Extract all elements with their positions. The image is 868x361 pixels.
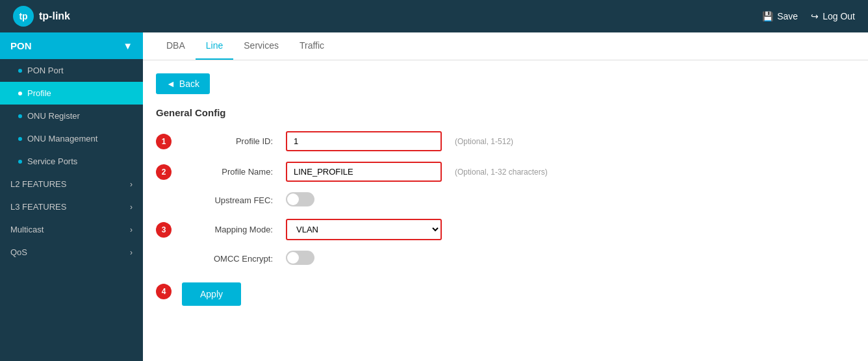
- save-icon: 💾: [762, 11, 773, 21]
- apply-button[interactable]: Apply: [182, 282, 241, 306]
- sidebar-group-multicast[interactable]: Multicast ›: [0, 218, 143, 241]
- omcc-encrypt-toggle[interactable]: [286, 251, 314, 265]
- back-button[interactable]: ◄ Back: [156, 73, 210, 94]
- upstream-fec-row: Upstream FEC:: [156, 192, 855, 208]
- layout: PON ▼ PON Port Profile ONU Register ONU …: [0, 32, 868, 361]
- pon-section: PON ▼ PON Port Profile ONU Register ONU …: [0, 32, 143, 173]
- profile-name-input[interactable]: [286, 162, 442, 182]
- qos-chevron-icon: ›: [130, 248, 133, 257]
- profile-id-row: 1 Profile ID: (Optional, 1-512): [156, 131, 855, 151]
- pon-chevron: ▼: [123, 40, 133, 51]
- sidebar-item-onu-management[interactable]: ONU Management: [0, 127, 143, 150]
- sidebar: PON ▼ PON Port Profile ONU Register ONU …: [0, 32, 143, 361]
- step-4-badge: 4: [156, 284, 172, 299]
- omcc-encrypt-control: [286, 251, 314, 267]
- dot-icon: [18, 114, 22, 118]
- step-2-badge: 2: [156, 164, 172, 180]
- logo-text: tp-link: [39, 10, 70, 22]
- mapping-mode-label: Mapping Mode:: [182, 225, 273, 234]
- upstream-fec-label: Upstream FEC:: [182, 195, 273, 205]
- upstream-fec-toggle[interactable]: [286, 192, 314, 206]
- sidebar-label-onu-management: ONU Management: [27, 134, 97, 143]
- apply-row: 4 Apply: [156, 277, 855, 306]
- header-actions: 💾 Save ↪ Log Out: [762, 11, 855, 21]
- logout-button[interactable]: ↪ Log Out: [811, 11, 855, 21]
- profile-name-row: 2 Profile Name: (Optional, 1-32 characte…: [156, 162, 855, 182]
- mapping-mode-inner: Mapping Mode: VLAN GEM Port TCI: [182, 219, 442, 240]
- badge-offset-3: 3: [156, 222, 182, 238]
- sidebar-label-service-ports: Service Ports: [27, 156, 77, 166]
- profile-name-hint: (Optional, 1-32 characters): [455, 168, 548, 177]
- sidebar-item-onu-register[interactable]: ONU Register: [0, 105, 143, 127]
- l3-chevron-icon: ›: [130, 203, 133, 212]
- tabs: DBA Line Services Traffic: [143, 32, 868, 60]
- main-content: DBA Line Services Traffic ◄ Back General…: [143, 32, 868, 361]
- mapping-mode-row: 3 Mapping Mode: VLAN GEM Port TCI: [156, 219, 855, 240]
- profile-id-label: Profile ID:: [182, 136, 273, 146]
- pon-header[interactable]: PON ▼: [0, 32, 143, 59]
- tab-traffic[interactable]: Traffic: [289, 32, 335, 60]
- tab-services[interactable]: Services: [233, 32, 289, 60]
- content-area: ◄ Back General Config 1 Profile ID: (Opt…: [143, 60, 868, 319]
- dot-icon: [18, 69, 22, 73]
- badge-offset-1: 1: [156, 134, 182, 149]
- back-arrow-icon: ◄: [166, 79, 175, 89]
- logo: tp tp-link: [13, 6, 70, 27]
- l2-label: L2 FEATURES: [10, 179, 66, 189]
- dot-icon: [18, 92, 22, 95]
- profile-name-control: [286, 162, 442, 182]
- upstream-fec-inner: Upstream FEC:: [182, 192, 314, 208]
- profile-name-inner: Profile Name: (Optional, 1-32 characters…: [182, 162, 548, 182]
- sidebar-group-qos[interactable]: QoS ›: [0, 241, 143, 264]
- sidebar-group-l2[interactable]: L2 FEATURES ›: [0, 173, 143, 195]
- profile-name-label: Profile Name:: [182, 167, 273, 177]
- l3-label: L3 FEATURES: [10, 202, 66, 212]
- mapping-mode-select[interactable]: VLAN GEM Port TCI: [286, 219, 442, 240]
- sidebar-label-onu-register: ONU Register: [27, 111, 80, 121]
- badge-offset-2: 2: [156, 164, 182, 180]
- multicast-chevron-icon: ›: [130, 225, 133, 234]
- profile-id-hint: (Optional, 1-512): [455, 137, 513, 146]
- sidebar-item-pon-port[interactable]: PON Port: [0, 59, 143, 82]
- omcc-encrypt-label: OMCC Encrypt:: [182, 254, 273, 264]
- mapping-mode-control: VLAN GEM Port TCI: [286, 219, 442, 240]
- sidebar-item-service-ports[interactable]: Service Ports: [0, 150, 143, 173]
- tab-line[interactable]: Line: [196, 32, 233, 60]
- upstream-fec-control: [286, 192, 314, 208]
- sidebar-item-profile[interactable]: Profile: [0, 82, 143, 105]
- tab-dba[interactable]: DBA: [156, 32, 196, 60]
- omcc-encrypt-inner: OMCC Encrypt:: [182, 251, 314, 267]
- save-button[interactable]: 💾 Save: [762, 11, 798, 21]
- pon-label: PON: [10, 40, 32, 51]
- logout-icon: ↪: [811, 11, 819, 21]
- sidebar-group-l3[interactable]: L3 FEATURES ›: [0, 195, 143, 218]
- omcc-encrypt-row: OMCC Encrypt:: [156, 251, 855, 267]
- header: tp tp-link 💾 Save ↪ Log Out: [0, 0, 868, 32]
- toggle-slider: [286, 192, 314, 206]
- profile-id-inner: Profile ID: (Optional, 1-512): [182, 131, 513, 151]
- logo-icon: tp: [13, 6, 34, 27]
- sidebar-label-profile: Profile: [27, 88, 51, 98]
- sidebar-label-pon-port: PON Port: [27, 66, 64, 75]
- multicast-label: Multicast: [10, 225, 44, 234]
- step-3-badge: 3: [156, 222, 172, 238]
- profile-id-input[interactable]: [286, 131, 442, 151]
- profile-id-control: [286, 131, 442, 151]
- omcc-toggle-slider: [286, 251, 314, 265]
- l2-chevron-icon: ›: [130, 180, 133, 189]
- dot-icon: [18, 137, 22, 141]
- qos-label: QoS: [10, 247, 27, 257]
- dot-icon: [18, 160, 22, 164]
- step-1-badge: 1: [156, 134, 172, 149]
- section-title: General Config: [156, 107, 855, 118]
